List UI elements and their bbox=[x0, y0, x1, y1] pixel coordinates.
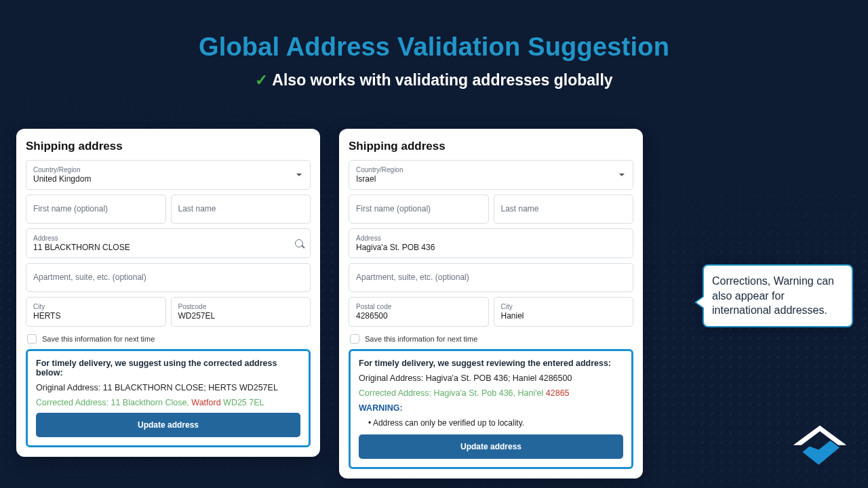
address-field[interactable]: Address Hagiva'a St. POB 436 bbox=[349, 228, 633, 258]
corrected-line: Corrected Address: Hagiva'a St. Pob 436,… bbox=[359, 388, 623, 398]
annotation-callout: Corrections, Warning can also appear for… bbox=[703, 264, 853, 327]
original-line: Original Address: 11 BLACKTHORN CLOSE; H… bbox=[36, 383, 300, 392]
city-value: Haniel bbox=[501, 311, 627, 322]
search-icon bbox=[295, 239, 303, 247]
update-address-button[interactable]: Update address bbox=[359, 434, 623, 459]
corrected-added: 42865 bbox=[546, 388, 570, 398]
page-subtitle: ✓Also works with validating addresses gl… bbox=[0, 71, 868, 89]
first-name-ph: First name (optional) bbox=[33, 204, 159, 215]
original-label: Original Address: bbox=[36, 383, 100, 392]
postal-code-label: Postal code bbox=[356, 303, 481, 310]
country-select[interactable]: Country/Region United Kingdom bbox=[26, 160, 311, 190]
country-label: Country/Region bbox=[356, 166, 626, 174]
postal-code-value: 4286500 bbox=[356, 311, 481, 322]
country-select[interactable]: Country/Region Israel bbox=[349, 160, 633, 190]
suggest-heading: For timely delivery, we suggest using th… bbox=[36, 359, 300, 378]
corrected-prefix: 11 Blackthorn Close, bbox=[111, 398, 191, 407]
country-value: Israel bbox=[356, 174, 626, 185]
subtitle-text: Also works with validating addresses glo… bbox=[272, 71, 612, 89]
address-field[interactable]: Address 11 BLACKTHORN CLOSE bbox=[26, 228, 311, 258]
original-value: Hagiva'a St. POB 436; Haniel 4286500 bbox=[426, 373, 572, 383]
first-name-ph: First name (optional) bbox=[356, 204, 481, 215]
apartment-field[interactable]: Apartment, suite, etc. (optional) bbox=[26, 263, 311, 293]
card-title: Shipping address bbox=[349, 140, 633, 153]
save-info-row: Save this information for next time bbox=[350, 334, 633, 344]
corrected-suffix: WD25 7EL bbox=[221, 398, 264, 407]
page-title: Global Address Validation Suggestion bbox=[0, 0, 868, 62]
apartment-field[interactable]: Apartment, suite, etc. (optional) bbox=[349, 263, 633, 293]
check-icon: ✓ bbox=[255, 71, 268, 89]
save-info-row: Save this information for next time bbox=[27, 334, 311, 344]
country-value: United Kingdom bbox=[33, 174, 303, 185]
postcode-label: Postcode bbox=[178, 303, 304, 310]
save-checkbox[interactable] bbox=[27, 334, 37, 344]
suggest-heading: For timely delivery, we suggest reviewin… bbox=[359, 359, 623, 368]
address-value: Hagiva'a St. POB 436 bbox=[356, 243, 626, 253]
update-address-button[interactable]: Update address bbox=[36, 413, 300, 437]
first-name-field[interactable]: First name (optional) bbox=[26, 195, 166, 224]
first-name-field[interactable]: First name (optional) bbox=[349, 195, 489, 224]
city-field[interactable]: City HERTS bbox=[26, 297, 166, 327]
save-checkbox[interactable] bbox=[350, 334, 359, 344]
original-value: 11 BLACKTHORN CLOSE; HERTS WD257EL bbox=[103, 383, 278, 392]
corrected-prefix: Hagiva'a St. Pob 436, Hani'el bbox=[433, 388, 545, 398]
suggestion-box: For timely delivery, we suggest using th… bbox=[26, 349, 311, 447]
callout-text: Corrections, Warning can also appear for… bbox=[712, 275, 834, 316]
last-name-field[interactable]: Last name bbox=[171, 195, 311, 224]
corrected-added: Watford bbox=[191, 398, 220, 407]
last-name-ph: Last name bbox=[501, 204, 627, 215]
city-label: City bbox=[33, 303, 159, 310]
address-value: 11 BLACKTHORN CLOSE bbox=[33, 243, 303, 253]
corrected-label: Corrected Address: bbox=[36, 398, 108, 407]
warning-bullet: Address can only be verified up to local… bbox=[368, 418, 623, 428]
save-label: Save this information for next time bbox=[42, 335, 155, 343]
last-name-ph: Last name bbox=[178, 204, 304, 215]
address-label: Address bbox=[33, 235, 303, 242]
corrected-label: Corrected Address: bbox=[359, 388, 431, 398]
original-line: Original Address: Hagiva'a St. POB 436; … bbox=[359, 373, 623, 383]
city-value: HERTS bbox=[33, 311, 159, 322]
corrected-line: Corrected Address: 11 Blackthorn Close, … bbox=[36, 398, 300, 407]
postcode-value: WD257EL bbox=[178, 311, 304, 322]
warning-line: WARNING: bbox=[359, 403, 623, 413]
shipping-card-uk: Shipping address Country/Region United K… bbox=[16, 129, 320, 457]
postcode-field[interactable]: Postcode WD257EL bbox=[171, 297, 311, 327]
postal-code-field[interactable]: Postal code 4286500 bbox=[349, 297, 489, 327]
apartment-ph: Apartment, suite, etc. (optional) bbox=[356, 272, 626, 283]
brand-logo-icon bbox=[791, 424, 849, 472]
apartment-ph: Apartment, suite, etc. (optional) bbox=[33, 272, 303, 283]
last-name-field[interactable]: Last name bbox=[494, 195, 634, 224]
original-label: Original Address: bbox=[359, 373, 423, 383]
address-label: Address bbox=[356, 235, 626, 242]
cards-row: Shipping address Country/Region United K… bbox=[16, 129, 643, 479]
card-title: Shipping address bbox=[26, 140, 311, 153]
country-label: Country/Region bbox=[33, 166, 303, 174]
save-label: Save this information for next time bbox=[365, 335, 477, 343]
city-label: City bbox=[501, 303, 627, 310]
warning-label: WARNING: bbox=[359, 403, 403, 413]
city-field[interactable]: City Haniel bbox=[494, 297, 634, 327]
shipping-card-il: Shipping address Country/Region Israel F… bbox=[339, 129, 643, 479]
suggestion-box: For timely delivery, we suggest reviewin… bbox=[349, 349, 633, 469]
